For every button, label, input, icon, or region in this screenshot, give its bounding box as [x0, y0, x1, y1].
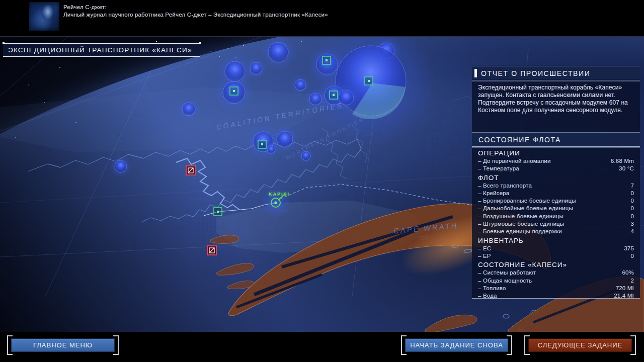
fleet-row-value: 21.4 MI — [614, 292, 634, 300]
fleet-row: – Штурмовые боевые единицы3 — [472, 220, 640, 228]
fleet-row-label: – Воздушные боевые единицы — [478, 213, 564, 220]
fleet-row-label: – Топливо — [478, 285, 506, 292]
fleet-row-value: 720 MI — [616, 285, 634, 292]
label-kapisi: KAPISI — [269, 192, 290, 197]
ruler-tick — [156, 41, 157, 42]
fleet-row-value: 3 — [630, 220, 634, 228]
objective-marker-dot — [333, 94, 335, 96]
fleet-row-label: – Вода — [478, 292, 497, 300]
fleet-row-value: 0 — [630, 205, 634, 212]
fleet-row-value: 0 — [630, 197, 634, 205]
top-letterbox: Рейчел С-джет: Личный журнал научного ра… — [0, 0, 644, 36]
rachel-portrait — [29, 2, 59, 31]
restart-mission-button-frame: НАЧАТЬ ЗАДАНИЕ СНОВА — [405, 338, 508, 352]
fleet-row-value: 0 — [630, 252, 634, 260]
fleet-row: – Бронированные боевые единицы0 — [472, 197, 640, 205]
fleet-row-value: 7 — [630, 182, 634, 190]
fleet-row-label: – Общая мощность — [478, 277, 532, 285]
city-dome-marker — [182, 103, 195, 116]
strategic-map: ЭКСПЕДИЦИОННЫЙ ТРАНСПОРТНИК «КАПЕСИ» COA… — [0, 36, 644, 332]
bottom-letterbox: ГЛАВНОЕ МЕНЮ НАЧАТЬ ЗАДАНИЕ СНОВА СЛЕДУЮ… — [0, 332, 644, 362]
fleet-row: – До первичной аномалии6.68 Mm — [472, 157, 640, 165]
fleet-row-label: – Штурмовые боевые единицы — [478, 220, 564, 228]
fleet-row-label: – Дальнобойные боевые единицы — [478, 205, 573, 212]
map-title-plate: ЭКСПЕДИЦИОННЫЙ ТРАНСПОРТНИК «КАПЕСИ» — [3, 43, 200, 57]
main-menu-button[interactable]: ГЛАВНОЕ МЕНЮ — [11, 338, 115, 352]
city-dome-marker — [115, 160, 127, 172]
fleet-row-value: 2 — [630, 277, 634, 285]
objective-marker-dot — [326, 59, 328, 61]
next-mission-button-frame: СЛЕДУЮЩЕЕ ЗАДАНИЕ — [528, 338, 632, 352]
fleet-row: – Воздушные боевые единицы0 — [472, 213, 640, 220]
incident-report-body: Экспедиционный транспортный корабль «Кап… — [472, 80, 640, 114]
fleet-row: – Боевые единицы поддержки4 — [472, 228, 640, 235]
fleet-row: – Всего транспорта7 — [472, 182, 640, 190]
map-title-text: ЭКСПЕДИЦИОННЫЙ ТРАНСПОРТНИК «КАПЕСИ» — [8, 46, 192, 54]
fleet-row: – Крейсера0 — [472, 190, 640, 197]
fleet-row: – Топливо720 MI — [472, 285, 640, 292]
fleet-row-label: – ЕС — [478, 245, 491, 252]
fleet-row: – ЕС375 — [472, 245, 640, 252]
fleet-row-label: – Всего транспорта — [478, 182, 532, 190]
fleet-row-label: – Крейсера — [478, 190, 509, 197]
city-dome-marker — [267, 145, 275, 153]
side-panel: ОТЧЕТ О ПРОИСШЕСТВИИ Экспедиционный тран… — [472, 66, 640, 299]
speaker-name: Рейчел С-джет: — [63, 4, 328, 11]
objective-marker-dot — [261, 143, 263, 145]
city-dome-marker — [250, 62, 262, 74]
objective-marker-dot — [368, 80, 370, 82]
fleet-section-header: ОПЕРАЦИИ — [472, 148, 640, 157]
fleet-section-header: ФЛОТ — [472, 173, 640, 182]
header-accent-bar — [474, 69, 477, 77]
incident-report-title: ОТЧЕТ О ПРОИСШЕСТВИИ — [481, 69, 590, 77]
fleet-status-list: ОПЕРАЦИИ– До первичной аномалии6.68 Mm– … — [472, 147, 640, 300]
border-steps — [176, 158, 239, 210]
fleet-row-label: – Бронированные боевые единицы — [478, 197, 576, 205]
city-dome-marker — [268, 42, 288, 62]
fleet-row: – ЕР0 — [472, 252, 640, 260]
objective-marker-dot — [233, 90, 235, 92]
fleet-row: – Вода21.4 MI — [472, 292, 640, 300]
objective-marker-dot — [217, 211, 219, 213]
fleet-row-label: – До первичной аномалии — [478, 157, 551, 165]
fleet-row-value: 30 °C — [619, 165, 634, 172]
fleet-row-label: – Боевые единицы поддержки — [478, 228, 562, 235]
next-mission-button[interactable]: СЛЕДУЮЩЕЕ ЗАДАНИЕ — [528, 338, 632, 352]
fleet-section-header: ИНВЕНТАРЬ — [472, 236, 640, 245]
fleet-row-value: 0 — [630, 213, 634, 220]
log-title: Личный журнал научного работника Рейчел … — [63, 11, 328, 19]
fleet-row-value: 375 — [624, 245, 634, 252]
north-wash — [0, 87, 352, 152]
fleet-row: – Общая мощность2 — [472, 277, 640, 285]
fleet-row-label: – Температура — [478, 165, 519, 172]
fleet-status-title: СОСТОЯНИЕ ФЛОТА — [478, 136, 561, 144]
mission-debrief-screen: Рейчел С-джет: Личный журнал научного ра… — [0, 0, 644, 362]
city-dome-marker — [277, 131, 293, 147]
main-menu-button-frame: ГЛАВНОЕ МЕНЮ — [11, 338, 115, 352]
fleet-row: – Температура30 °C — [472, 165, 640, 172]
restart-mission-button[interactable]: НАЧАТЬ ЗАДАНИЕ СНОВА — [405, 338, 508, 352]
fleet-row-value: 60% — [622, 269, 634, 277]
fleet-row: – Системы работают60% — [472, 269, 640, 277]
fleet-row-label: – Системы работают — [478, 269, 536, 277]
fleet-row-value: 4 — [630, 228, 634, 235]
fleet-row-value: 6.68 Mm — [611, 157, 634, 165]
fleet-section-header: СОСТОЯНИЕ «КАПЕСИ» — [472, 260, 640, 269]
fleet-row-value: 0 — [630, 190, 634, 197]
city-dome-marker — [295, 79, 306, 90]
fleet-row-label: – ЕР — [478, 252, 491, 260]
fleet-status-header: СОСТОЯНИЕ ФЛОТА — [472, 132, 640, 147]
kapisi-unit-dot — [274, 201, 277, 204]
incident-report-header: ОТЧЕТ О ПРОИСШЕСТВИИ — [472, 66, 640, 80]
fleet-row: – Дальнобойные боевые единицы0 — [472, 205, 640, 212]
